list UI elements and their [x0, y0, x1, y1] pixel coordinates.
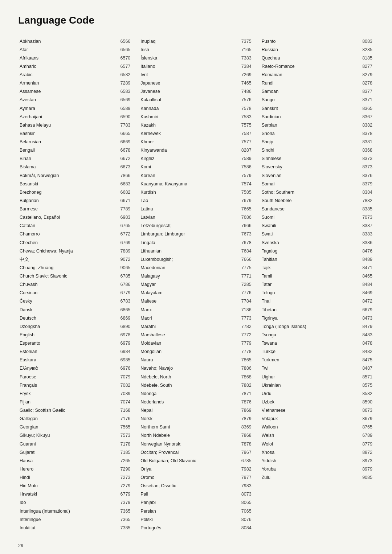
- table-row: Chuang; Zhuang9065: [18, 263, 132, 272]
- language-code: 7465: [230, 79, 253, 87]
- language-code: 8378: [347, 129, 374, 138]
- table-row: Hausa7265: [18, 456, 132, 465]
- language-name: Euskara: [18, 356, 109, 364]
- language-code: 6569: [109, 96, 132, 104]
- language-code: 7684: [230, 247, 253, 255]
- language-code: 7789: [109, 205, 132, 213]
- language-name: Inuktitut: [18, 524, 109, 532]
- language-name: Hindi: [18, 473, 109, 482]
- language-name: Dansk: [18, 305, 109, 314]
- language-name: Serbian: [260, 121, 347, 129]
- table-row: Avestan6569: [18, 96, 132, 104]
- language-name: Swahili: [260, 222, 347, 230]
- table-row: Sanskrit8365: [260, 104, 374, 112]
- language-code: 6669: [109, 138, 132, 146]
- table-row: Yiddish8973: [260, 456, 374, 465]
- table-row: Romanian8279: [260, 71, 374, 79]
- language-name: Zulu: [260, 473, 347, 482]
- language-name: Church Slavic; Slavonic: [18, 272, 109, 280]
- language-name: Norwegian Nynorsk;: [139, 440, 230, 448]
- language-code: 8472: [347, 297, 374, 305]
- language-code: 7579: [230, 171, 253, 180]
- language-name: Gujarati: [18, 448, 109, 456]
- language-name: Magyar: [139, 280, 230, 289]
- table-row: Magyar7285: [139, 280, 253, 289]
- language-code: 7269: [230, 71, 253, 79]
- table-row: Kannada7578: [139, 104, 253, 112]
- table-row: Ndebele, North7868: [139, 373, 253, 381]
- language-code: 8369: [230, 423, 253, 431]
- page-number: 29: [18, 543, 374, 548]
- language-code: 7365: [109, 507, 132, 515]
- table-row: Urdu8582: [260, 389, 374, 398]
- table-row: Komi7586: [139, 163, 253, 171]
- table-row: Malagasy7771: [139, 272, 253, 280]
- table-row: Shona8378: [260, 129, 374, 138]
- language-name: Panjabi: [139, 498, 230, 507]
- language-code: 8383: [347, 230, 374, 238]
- language-name: Português: [139, 524, 230, 532]
- language-name: Belarusian: [18, 138, 109, 146]
- table-row: Esperanto6979: [18, 339, 132, 348]
- language-name: Welsh: [260, 431, 347, 440]
- table-row: Catalán6765: [18, 222, 132, 230]
- language-code: 8476: [347, 247, 374, 255]
- table-row: Latvian7686: [139, 213, 253, 222]
- table-row: Limburgan; Limburger7673: [139, 230, 253, 238]
- language-code: 7871: [230, 389, 253, 398]
- language-code: 7265: [109, 456, 132, 465]
- language-code: 8382: [347, 121, 374, 129]
- language-code: 6772: [109, 230, 132, 238]
- language-name: Hausa: [18, 456, 109, 465]
- table-row: Ndonga7871: [139, 389, 253, 398]
- language-code: 7967: [230, 448, 253, 456]
- language-code: 6682: [109, 188, 132, 196]
- language-code: 7879: [230, 415, 253, 423]
- language-code: 6785: [230, 456, 253, 465]
- language-name: Maori: [139, 314, 230, 322]
- table-row: Kinyarwanda8287: [139, 146, 253, 155]
- table-row: Bengali6678: [18, 146, 132, 155]
- language-name: Quechua: [260, 54, 347, 62]
- language-name: Bulgarian: [18, 196, 109, 205]
- language-name: Ossetian; Ossetic: [139, 482, 230, 490]
- language-name: Tajik: [260, 263, 347, 272]
- table-row: Afrikaans6570: [18, 54, 132, 62]
- language-name: Slovenian: [260, 171, 347, 180]
- language-name: Bashkir: [18, 129, 109, 138]
- language-code: 8278: [347, 79, 374, 87]
- language-name: Azerhaijani: [18, 112, 109, 121]
- language-code: 7773: [230, 314, 253, 322]
- language-code: 8482: [347, 348, 374, 356]
- language-code: 6577: [109, 62, 132, 70]
- language-code: 7273: [109, 473, 132, 482]
- table-row: Mongolian7778: [139, 348, 253, 356]
- language-code: 8673: [347, 406, 374, 415]
- language-name: Ndebele, South: [139, 381, 230, 389]
- table-row: Tonga (Tonga Islands)8479: [260, 322, 374, 331]
- language-code: 8287: [230, 146, 253, 155]
- table-row: Swahili8387: [260, 222, 374, 230]
- language-name: Bosanski: [18, 180, 109, 188]
- table-row: Castellano, Español6983: [18, 213, 132, 222]
- table-row: Irish7165: [139, 45, 253, 54]
- language-code: 8376: [347, 171, 374, 180]
- language-code: 8367: [347, 112, 374, 121]
- table-row: Javanese7486: [139, 87, 253, 96]
- language-name: Romanian: [260, 71, 347, 79]
- language-code: 7868: [230, 373, 253, 381]
- language-code: 7866: [109, 171, 132, 180]
- language-name: Yiddish: [260, 456, 347, 465]
- language-name: Luxembourgish;: [139, 255, 230, 263]
- lang-table-1: Abkhazian6566Afar6565Afrikaans6570Amhari…: [18, 37, 132, 532]
- language-code: 7176: [109, 415, 132, 423]
- language-column-1: Abkhazian6566Afar6565Afrikaans6570Amhari…: [18, 37, 135, 532]
- language-code: 8765: [347, 423, 374, 431]
- language-code: 8279: [347, 71, 374, 79]
- language-code: 7089: [109, 389, 132, 398]
- language-name: Česky: [18, 297, 109, 305]
- language-name: Lao: [139, 196, 230, 205]
- table-row: Tagalog8476: [260, 247, 374, 255]
- language-name: Slovensky: [260, 163, 347, 171]
- language-code: 7876: [230, 398, 253, 406]
